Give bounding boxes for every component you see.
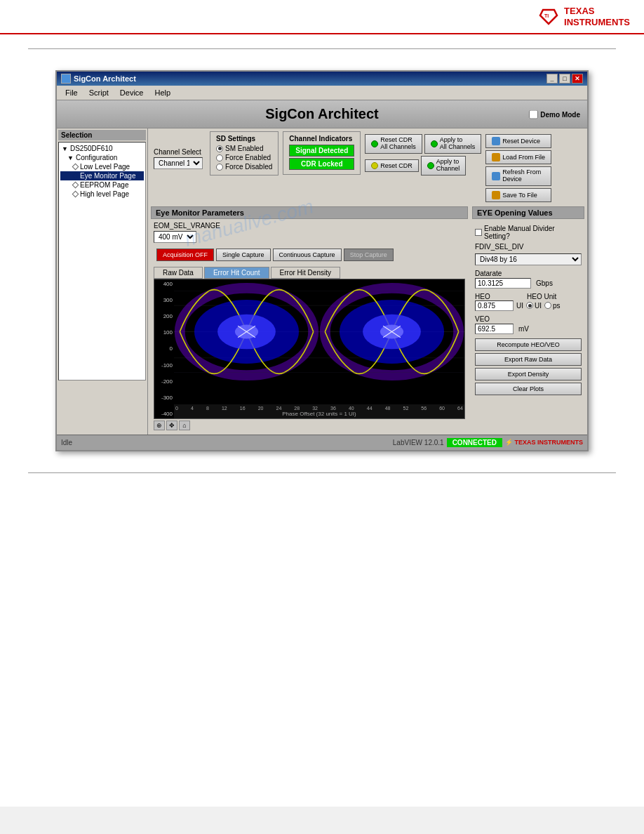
action-buttons: Reset Device Load From File Refresh From… [485, 134, 551, 202]
refresh-from-device-label: Refresh FromDevice [502, 169, 541, 183]
tab-error-hit-density[interactable]: Error Hit Density [271, 267, 340, 279]
channel-indicators-title: Channel Indicators [289, 135, 354, 143]
sd-radio-force-disabled[interactable]: Force Disabled [216, 163, 272, 171]
maximize-button[interactable]: □ [559, 74, 570, 84]
apply-all-led [431, 140, 438, 147]
heo-radio-ps[interactable]: ps [544, 302, 561, 310]
demo-mode-area: Demo Mode [529, 110, 580, 119]
apply-to-all-button[interactable]: Apply toAll Channels [424, 134, 482, 154]
y-label-n400: -400 [154, 411, 174, 417]
apply-to-channel-button[interactable]: Apply toChannel [421, 156, 467, 176]
reset-cdr-all-led [371, 140, 378, 147]
sidebar-diamond-lowlevel [72, 164, 79, 171]
heo-ui-radio[interactable] [526, 302, 533, 309]
zoom-button[interactable]: ⊕ [154, 421, 165, 430]
tab-raw-data[interactable]: Raw Data [154, 267, 203, 279]
y-label-n100: -100 [154, 362, 174, 369]
export-raw-button[interactable]: Export Raw Data [475, 353, 582, 366]
title-bar-controls[interactable]: _ □ ✕ [546, 74, 583, 84]
tab-error-hit-count[interactable]: Error Hit Count [204, 267, 269, 279]
eye-opening-right: EYE Opening Values Enable Manual Divider… [472, 206, 584, 432]
x-label-64: 64 [457, 406, 463, 411]
sidebar-item-device[interactable]: ▼ DS250DF610 [60, 144, 144, 153]
sidebar-item-eyemonitor-label: Eye Monitor Page [80, 172, 136, 180]
heo-ps-radio[interactable] [544, 302, 551, 309]
export-density-button[interactable]: Export Density [475, 368, 582, 380]
reset-cdr-all-button[interactable]: Reset CDRAll Channels [365, 134, 422, 154]
eye-monitor-section: Eye Monitor Parameters EOM_SEL_VRANGE 40… [151, 206, 584, 432]
save-icon [492, 191, 500, 199]
datarate-field: Datarate 10.3125 Gbps [475, 270, 582, 289]
status-idle: Idle [61, 439, 72, 446]
menu-help[interactable]: Help [149, 87, 176, 98]
y-label-n200: -200 [154, 378, 174, 385]
app-title-bar: SigCon Architect Demo Mode [57, 100, 587, 128]
sd-label-force-enabled: Force Enabled [225, 154, 271, 161]
cdr-button-group: Reset CDRAll Channels Apply toAll Channe… [365, 134, 481, 176]
signal-detected-indicator: Signal Detected [289, 145, 354, 157]
recompute-button[interactable]: Recompute HEO/VEO [475, 338, 582, 351]
chart-toolbar: ⊕ ✥ ⌂ [151, 419, 468, 432]
fdiv-select[interactable]: Div48 by 16 Div48 by 8 [475, 253, 582, 265]
x-label-32: 32 [312, 406, 318, 411]
sidebar-scroll[interactable]: ▼ DS250DF610 ▼ Configuration Low Level P… [58, 142, 146, 380]
single-capture-button[interactable]: Single Capture [216, 249, 271, 261]
sidebar-item-eyemonitor[interactable]: Eye Monitor Page [60, 171, 144, 180]
clear-plots-button[interactable]: Clear Plots [475, 383, 582, 395]
heo-label: HEO [475, 293, 496, 300]
x-label-4: 4 [191, 406, 194, 411]
channel-select-dropdown[interactable]: Channel 1 Channel 2 Channel 3 Channel 4 [154, 157, 203, 169]
x-label-28: 28 [294, 406, 300, 411]
sd-radio-dot-force-en[interactable] [216, 154, 223, 161]
sidebar-item-highlevel[interactable]: High level Page [60, 190, 144, 199]
menu-script[interactable]: Script [83, 87, 114, 98]
cdr-bottom-row: Reset CDR Apply toChannel [365, 156, 481, 176]
channel-indicators: Channel Indicators Signal Detected CDR L… [283, 131, 361, 175]
sidebar-item-config[interactable]: ▼ Configuration [60, 153, 144, 162]
sidebar-item-eeprom[interactable]: EEPROM Page [60, 180, 144, 190]
pan-button[interactable]: ✥ [166, 421, 177, 430]
svg-text:TI: TI [544, 13, 549, 18]
reset-cdr-led [371, 162, 378, 169]
reset-device-button[interactable]: Reset Device [485, 134, 551, 148]
minimize-button[interactable]: _ [546, 74, 558, 84]
load-from-file-label: Load From File [502, 154, 545, 161]
sd-radio-dot-force-dis[interactable] [216, 164, 223, 171]
reset-view-button[interactable]: ⌂ [179, 421, 190, 430]
sd-radio-dot-sm[interactable] [216, 145, 223, 152]
app-title: SigCon Architect [265, 106, 379, 121]
acquisition-off-button[interactable]: Acquisition OFF [156, 249, 214, 261]
demo-mode-checkbox[interactable] [529, 110, 538, 119]
channel-select-area: Channel Select Channel 1 Channel 2 Chann… [151, 145, 206, 172]
reset-cdr-button[interactable]: Reset CDR [365, 159, 419, 172]
heo-radio-ui[interactable]: UI [526, 302, 542, 310]
y-label-n300: -300 [154, 395, 174, 401]
eom-select[interactable]: 400 mV 200 mV 800 mV [154, 231, 196, 243]
sidebar-diamond-eyemonitor [72, 173, 79, 180]
stop-capture-button[interactable]: Stop Capture [344, 249, 394, 261]
sd-radio-force-enabled[interactable]: Force Enabled [216, 154, 272, 161]
bottom-divider [28, 472, 616, 473]
x-label-40: 40 [349, 406, 354, 411]
window-title: SigCon Architect [74, 74, 136, 83]
app-window: manualive.com SigCon Architect _ □ ✕ Fil… [55, 70, 589, 451]
veo-label: VEO [475, 315, 582, 323]
heo-unit-row: HEO HEO Unit [475, 293, 582, 300]
veo-field: VEO 692.5 mV [475, 315, 582, 334]
datarate-value: 10.3125 [475, 278, 531, 289]
sidebar-item-device-label: DS250DF610 [70, 145, 113, 152]
load-from-file-button[interactable]: Load From File [485, 150, 551, 164]
sd-radio-sm-enabled[interactable]: SM Enabled [216, 145, 272, 152]
save-to-file-button[interactable]: Save To File [485, 188, 551, 202]
menu-device[interactable]: Device [114, 87, 149, 98]
x-label-60: 60 [439, 406, 445, 411]
manual-divider-checkbox[interactable] [475, 229, 482, 236]
fdiv-select-container: Div48 by 16 Div48 by 8 [475, 253, 582, 265]
close-button[interactable]: ✕ [572, 74, 583, 84]
x-label-8: 8 [206, 406, 209, 411]
continuous-capture-button[interactable]: Continuous Capture [273, 249, 342, 261]
eye-opening-content: Enable Manual Divider Setting? FDIV_SEL_… [472, 222, 584, 400]
menu-file[interactable]: File [60, 87, 83, 98]
sidebar-item-lowlevel[interactable]: Low Level Page [60, 162, 144, 171]
refresh-from-device-button[interactable]: Refresh FromDevice [485, 166, 551, 186]
